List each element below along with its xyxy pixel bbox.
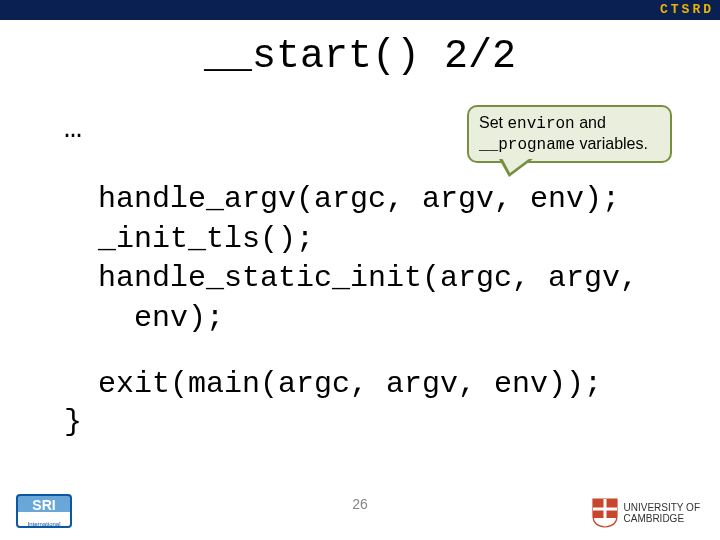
callout-code-environ: environ	[507, 115, 574, 133]
callout-text-pre: Set	[479, 114, 507, 131]
cambridge-line-1: UNIVERSITY OF	[624, 502, 701, 513]
slide-title: __start() 2/2	[0, 34, 720, 79]
svg-rect-2	[593, 510, 604, 518]
callout-tail-fill	[502, 158, 530, 173]
callout-code-progname: __progname	[479, 136, 575, 154]
cambridge-logo: UNIVERSITY OF CAMBRIDGE	[592, 498, 701, 528]
code-close-brace: }	[64, 405, 82, 439]
cambridge-shield-icon	[592, 498, 618, 528]
callout-text-mid: and	[575, 114, 606, 131]
callout-text-post: variables.	[575, 135, 648, 152]
code-ellipsis: …	[64, 112, 82, 146]
svg-rect-4	[603, 499, 606, 523]
topbar: CTSRD	[0, 0, 720, 20]
cambridge-line-2: CAMBRIDGE	[624, 513, 701, 524]
svg-rect-5	[593, 508, 617, 511]
cambridge-text: UNIVERSITY OF CAMBRIDGE	[624, 502, 701, 524]
callout-box: Set environ and __progname variables.	[467, 105, 672, 163]
svg-rect-3	[606, 510, 617, 518]
ctsrd-logo: CTSRD	[660, 2, 714, 17]
code-block-1: handle_argv(argc, argv, env); _init_tls(…	[98, 180, 638, 338]
svg-rect-1	[606, 499, 617, 508]
svg-rect-0	[593, 499, 604, 508]
code-block-2: exit(main(argc, argv, env));	[98, 365, 602, 405]
sri-logo-subtext: International	[16, 521, 72, 527]
